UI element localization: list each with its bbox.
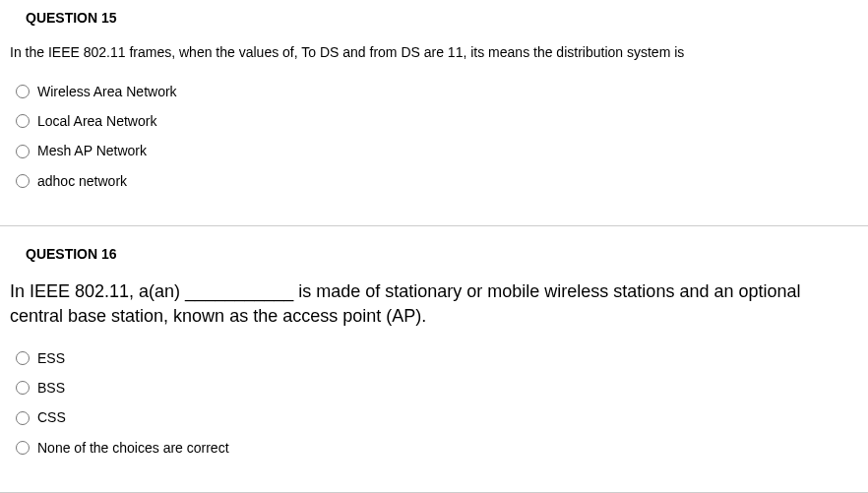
option-row: Wireless Area Network <box>0 77 868 106</box>
radio-option-none[interactable] <box>16 441 30 455</box>
option-row: adhoc network <box>0 166 868 196</box>
option-row: BSS <box>0 373 868 402</box>
radio-option-bss[interactable] <box>16 381 30 395</box>
option-label: Mesh AP Network <box>37 140 147 161</box>
option-label: None of the choices are correct <box>37 437 229 459</box>
option-label: CSS <box>37 406 66 428</box>
radio-option-ess[interactable] <box>16 351 30 365</box>
option-label: BSS <box>37 377 65 399</box>
option-label: Local Area Network <box>37 110 156 132</box>
radio-option-local-area[interactable] <box>16 114 30 128</box>
radio-option-adhoc[interactable] <box>16 174 30 188</box>
radio-option-mesh-ap[interactable] <box>16 145 30 158</box>
question-16-block: QUESTION 16 In IEEE 802.11, a(an) ______… <box>0 246 868 493</box>
option-row: CSS <box>0 402 868 432</box>
option-label: ESS <box>37 347 65 369</box>
option-label: Wireless Area Network <box>37 81 177 102</box>
option-row: Mesh AP Network <box>0 136 868 165</box>
question-text: In IEEE 802.11, a(an) ___________ is mad… <box>0 279 868 342</box>
option-row: None of the choices are correct <box>0 433 868 462</box>
question-text: In the IEEE 802.11 frames, when the valu… <box>0 43 868 77</box>
question-header: QUESTION 15 <box>0 10 868 43</box>
option-label: adhoc network <box>37 170 127 192</box>
radio-option-wireless-area[interactable] <box>16 85 30 98</box>
question-15-block: QUESTION 15 In the IEEE 802.11 frames, w… <box>0 10 868 226</box>
option-row: ESS <box>0 343 868 373</box>
radio-option-css[interactable] <box>16 411 30 425</box>
option-row: Local Area Network <box>0 106 868 136</box>
question-header: QUESTION 16 <box>0 246 868 279</box>
